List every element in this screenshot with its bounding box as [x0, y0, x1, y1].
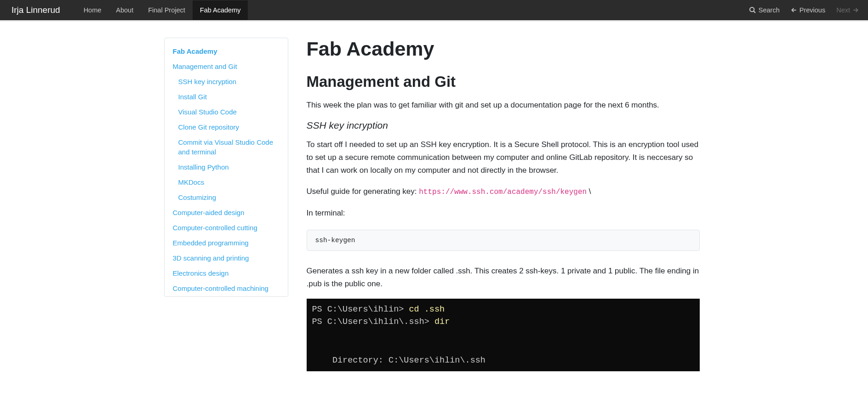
- toc-install-git[interactable]: Install Git: [165, 89, 288, 104]
- code-block-keygen: ssh-keygen: [307, 230, 700, 251]
- terminal-label: In terminal:: [307, 207, 700, 220]
- search-button[interactable]: Search: [749, 6, 780, 14]
- arrow-left-icon: [791, 7, 797, 13]
- toc-mkdocs[interactable]: MKDocs: [165, 175, 288, 190]
- section-heading: Management and Git: [307, 73, 700, 91]
- toc-fab-academy[interactable]: Fab Academy: [165, 44, 288, 59]
- intro-paragraph: This week the plan was to get familiar w…: [307, 99, 700, 112]
- navbar-right: Search Previous Next: [749, 6, 859, 14]
- terminal-output: PS C:\Users\ihlin> cd .ssh PS C:\Users\i…: [307, 299, 700, 372]
- nav-link-about[interactable]: About: [108, 0, 141, 20]
- nav-link-home[interactable]: Home: [76, 0, 109, 20]
- toc-customizing[interactable]: Costumizing: [165, 190, 288, 205]
- nav-link-fab-academy[interactable]: Fab Academy: [193, 0, 248, 20]
- toc-commit[interactable]: Commit via Visual Studio Code and termin…: [165, 135, 288, 159]
- toc-ssh-key[interactable]: SSH key incryption: [165, 74, 288, 89]
- toc-cad[interactable]: Computer-aided design: [165, 205, 288, 220]
- subsection-heading: SSH key incryption: [307, 120, 700, 131]
- navbar: Irja Linnerud Home About Final Project F…: [0, 0, 868, 20]
- term-line2-cmd: dir: [434, 317, 450, 327]
- generates-paragraph: Generates a ssh key in a new folder call…: [307, 265, 700, 290]
- toc-embedded[interactable]: Embedded programming: [165, 235, 288, 250]
- guide-paragraph: Useful guide for generating key: https:/…: [307, 185, 700, 198]
- content: Fab Academy Management and Git This week…: [307, 38, 704, 371]
- previous-button[interactable]: Previous: [791, 6, 825, 14]
- toc-management-git[interactable]: Management and Git: [165, 59, 288, 74]
- toc-3d-scan[interactable]: 3D scanning and printing: [165, 250, 288, 266]
- guide-prefix: Useful guide for generating key:: [307, 187, 419, 196]
- guide-suffix: \: [587, 187, 591, 196]
- toc-clone-repo[interactable]: Clone Git repository: [165, 119, 288, 135]
- next-button: Next: [836, 6, 859, 14]
- sidebar[interactable]: Fab Academy Management and Git SSH key i…: [164, 38, 288, 297]
- toc-vscode[interactable]: Visual Studio Code: [165, 104, 288, 119]
- container: Fab Academy Management and Git SSH key i…: [164, 22, 704, 371]
- toc-cutting[interactable]: Computer-controlled cutting: [165, 220, 288, 235]
- navbar-left: Irja Linnerud Home About Final Project F…: [9, 0, 248, 20]
- ssh-paragraph: To start off I needed to set up an SSH k…: [307, 138, 700, 177]
- search-label: Search: [759, 6, 780, 14]
- brand[interactable]: Irja Linnerud: [9, 5, 63, 15]
- arrow-right-icon: [852, 7, 859, 13]
- svg-point-0: [750, 7, 754, 11]
- term-line1-cmd: cd .ssh: [409, 305, 445, 314]
- svg-line-1: [754, 11, 755, 13]
- page-title: Fab Academy: [307, 38, 700, 60]
- search-icon: [749, 6, 756, 14]
- previous-label: Previous: [799, 6, 825, 14]
- nav-link-final-project[interactable]: Final Project: [141, 0, 193, 20]
- toc-electronics[interactable]: Electronics design: [165, 266, 288, 281]
- term-line3: Directory: C:\Users\ihlin\.ssh: [312, 356, 485, 365]
- term-line1-prompt: PS C:\Users\ihlin>: [312, 305, 409, 314]
- next-label: Next: [836, 6, 850, 14]
- term-line2-prompt: PS C:\Users\ihlin\.ssh>: [312, 317, 434, 327]
- guide-link[interactable]: https://www.ssh.com/academy/ssh/keygen: [419, 188, 587, 196]
- toc-python[interactable]: Installing Python: [165, 159, 288, 175]
- toc-machining[interactable]: Computer-controlled machining: [165, 281, 288, 296]
